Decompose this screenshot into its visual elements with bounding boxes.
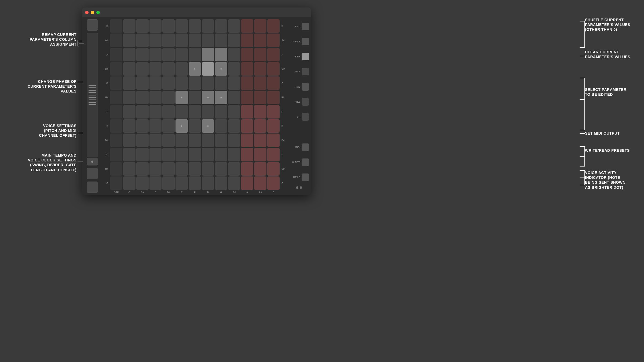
grid-cell-r0-c3[interactable] xyxy=(149,19,162,33)
rnd-button[interactable] xyxy=(302,23,309,30)
grid-cell-r11-c12[interactable] xyxy=(267,176,280,190)
grid-cell-r7-c1[interactable] xyxy=(123,119,136,133)
grid-cell-r9-c7[interactable] xyxy=(202,148,214,161)
map-button[interactable] xyxy=(87,19,98,31)
ch-button[interactable] xyxy=(302,113,309,121)
grid-cell-r11-c2[interactable] xyxy=(136,176,149,190)
grid-cell-r6-c12[interactable] xyxy=(267,105,280,119)
grid-cell-r1-c0[interactable] xyxy=(110,34,122,47)
grid-cell-r0-c0[interactable] xyxy=(110,19,122,33)
grid-cell-r2-c8[interactable] xyxy=(215,48,227,61)
grid-cell-r10-c0[interactable] xyxy=(110,162,122,176)
grid-cell-r8-c5[interactable] xyxy=(175,134,188,147)
write-button[interactable] xyxy=(302,158,309,166)
grid-cell-r3-c10[interactable] xyxy=(241,62,253,76)
grid-cell-r7-c6[interactable] xyxy=(189,119,201,133)
grid-cell-r5-c0[interactable] xyxy=(110,91,122,104)
grid-cell-r4-c2[interactable] xyxy=(136,76,149,90)
grid-cell-r2-c1[interactable] xyxy=(123,48,136,61)
maximize-button[interactable] xyxy=(96,11,100,14)
grid-cell-r0-c8[interactable] xyxy=(215,19,227,33)
grid-cell-r6-c3[interactable] xyxy=(149,105,162,119)
grid-cell-r7-c0[interactable] xyxy=(110,119,122,133)
grid-cell-r10-c2[interactable] xyxy=(136,162,149,176)
grid-cell-r7-c2[interactable] xyxy=(136,119,149,133)
grid-cell-r9-c4[interactable] xyxy=(162,148,175,161)
grid-cell-r2-c2[interactable] xyxy=(136,48,149,61)
grid-cell-r10-c11[interactable] xyxy=(254,162,266,176)
grid-cell-r1-c1[interactable] xyxy=(123,34,136,47)
grid-cell-r10-c7[interactable] xyxy=(202,162,214,176)
grid-cell-r10-c8[interactable] xyxy=(215,162,227,176)
grid-cell-r5-c4[interactable] xyxy=(162,91,175,104)
grid-cell-r8-c11[interactable] xyxy=(254,134,266,147)
clear-button[interactable] xyxy=(302,38,309,45)
grid-cell-r10-c6[interactable] xyxy=(189,162,201,176)
grid-cell-r6-c11[interactable] xyxy=(254,105,266,119)
grid-cell-r5-c8[interactable] xyxy=(215,91,227,104)
grid-cell-r5-c5[interactable] xyxy=(175,91,188,104)
voices-button[interactable] xyxy=(87,168,98,179)
grid-cell-r2-c10[interactable] xyxy=(241,48,253,61)
time-button[interactable] xyxy=(302,83,309,91)
grid-cell-r8-c2[interactable] xyxy=(136,134,149,147)
grid-cell-r9-c9[interactable] xyxy=(228,148,240,161)
grid-cell-r8-c7[interactable] xyxy=(202,134,214,147)
grid-cell-r7-c8[interactable] xyxy=(215,119,227,133)
phase-button[interactable] xyxy=(87,158,98,165)
grid-cell-r4-c7[interactable] xyxy=(202,76,214,90)
grid-cell-r3-c4[interactable] xyxy=(162,62,175,76)
grid-cell-r2-c12[interactable] xyxy=(267,48,280,61)
grid-cell-r3-c9[interactable] xyxy=(228,62,240,76)
grid-cell-r9-c0[interactable] xyxy=(110,148,122,161)
grid-cell-r6-c1[interactable] xyxy=(123,105,136,119)
grid-cell-r9-c5[interactable] xyxy=(175,148,188,161)
grid-cell-r1-c3[interactable] xyxy=(149,34,162,47)
grid-cell-r11-c9[interactable] xyxy=(228,176,240,190)
grid-cell-r11-c5[interactable] xyxy=(175,176,188,190)
grid-cell-r3-c8[interactable] xyxy=(215,62,227,76)
midi-button[interactable] xyxy=(302,143,309,151)
grid-cell-r0-c1[interactable] xyxy=(123,19,136,33)
grid-cell-r11-c1[interactable] xyxy=(123,176,136,190)
grid-cell-r0-c2[interactable] xyxy=(136,19,149,33)
grid-cell-r1-c10[interactable] xyxy=(241,34,253,47)
grid-cell-r7-c3[interactable] xyxy=(149,119,162,133)
grid-cell-r8-c8[interactable] xyxy=(215,134,227,147)
grid-cell-r7-c7[interactable] xyxy=(202,119,214,133)
grid-cell-r0-c12[interactable] xyxy=(267,19,280,33)
grid-cell-r9-c11[interactable] xyxy=(254,148,266,161)
grid-cell-r6-c9[interactable] xyxy=(228,105,240,119)
grid-cell-r7-c4[interactable] xyxy=(162,119,175,133)
grid-cell-r1-c8[interactable] xyxy=(215,34,227,47)
grid-cell-r6-c4[interactable] xyxy=(162,105,175,119)
grid-cell-r5-c1[interactable] xyxy=(123,91,136,104)
grid-cell-r11-c4[interactable] xyxy=(162,176,175,190)
close-button[interactable] xyxy=(85,11,89,14)
grid-cell-r8-c1[interactable] xyxy=(123,134,136,147)
grid-cell-r1-c4[interactable] xyxy=(162,34,175,47)
vel-button[interactable] xyxy=(302,98,309,106)
grid-cell-r5-c2[interactable] xyxy=(136,91,149,104)
grid-cell-r9-c3[interactable] xyxy=(149,148,162,161)
grid-cell-r2-c7[interactable] xyxy=(202,48,214,61)
grid-cell-r2-c3[interactable] xyxy=(149,48,162,61)
grid-cell-r4-c8[interactable] xyxy=(215,76,227,90)
grid-cell-r10-c3[interactable] xyxy=(149,162,162,176)
grid-cell-r5-c7[interactable] xyxy=(202,91,214,104)
grid-cell-r0-c6[interactable] xyxy=(189,19,201,33)
grid-cell-r0-c9[interactable] xyxy=(228,19,240,33)
grid-cell-r3-c3[interactable] xyxy=(149,62,162,76)
grid-cell-r4-c0[interactable] xyxy=(110,76,122,90)
grid-cell-r3-c5[interactable] xyxy=(175,62,188,76)
grid-cell-r1-c6[interactable] xyxy=(189,34,201,47)
grid-cell-r4-c4[interactable] xyxy=(162,76,175,90)
grid-cell-r9-c2[interactable] xyxy=(136,148,149,161)
grid-cell-r4-c11[interactable] xyxy=(254,76,266,90)
grid-cell-r10-c10[interactable] xyxy=(241,162,253,176)
grid-cell-r8-c12[interactable] xyxy=(267,134,280,147)
grid-cell-r4-c12[interactable] xyxy=(267,76,280,90)
grid-cell-r8-c4[interactable] xyxy=(162,134,175,147)
grid-cell-r2-c11[interactable] xyxy=(254,48,266,61)
grid-cell-r1-c2[interactable] xyxy=(136,34,149,47)
